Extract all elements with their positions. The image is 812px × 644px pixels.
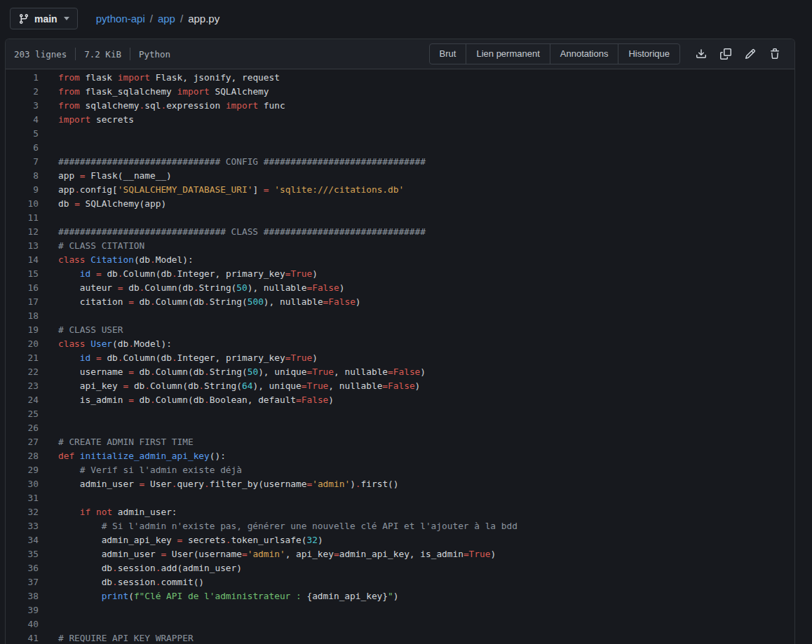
code-content: print(f"Clé API de l'administrateur : {a…	[39, 589, 398, 603]
code-content: api_key = db.Column(db.String(64), uniqu…	[39, 379, 420, 393]
breadcrumb-dir-link[interactable]: app	[158, 13, 175, 25]
line-number[interactable]: 28	[6, 449, 39, 463]
code-line: 35 admin_user = User(username='admin', a…	[6, 547, 794, 561]
breadcrumb-separator: /	[180, 13, 183, 25]
code-content: from flask_sqlalchemy import SQLAlchemy	[39, 85, 269, 99]
line-number[interactable]: 5	[6, 127, 39, 141]
code-content	[39, 491, 58, 505]
line-number[interactable]: 24	[6, 393, 39, 407]
code-line: 34 admin_api_key = secrets.token_urlsafe…	[6, 533, 794, 547]
line-number[interactable]: 20	[6, 337, 39, 351]
code-line: 30 admin_user = User.query.filter_by(use…	[6, 477, 794, 491]
permalink-button[interactable]: Lien permanent	[466, 43, 550, 64]
branch-selector-button[interactable]: main	[10, 8, 78, 29]
line-number[interactable]: 17	[6, 295, 39, 309]
line-number[interactable]: 16	[6, 281, 39, 295]
code-content: def initialize_admin_api_key():	[39, 449, 226, 463]
code-content	[39, 211, 58, 225]
line-number[interactable]: 10	[6, 197, 39, 211]
line-number[interactable]: 41	[6, 631, 39, 644]
line-number[interactable]: 21	[6, 351, 39, 365]
line-number[interactable]: 31	[6, 491, 39, 505]
code-line: 11	[6, 211, 794, 225]
line-number[interactable]: 13	[6, 239, 39, 253]
line-number[interactable]: 39	[6, 603, 39, 617]
code-line: 8app = Flask(__name__)	[6, 169, 794, 183]
line-number[interactable]: 37	[6, 575, 39, 589]
line-number[interactable]: 14	[6, 253, 39, 267]
code-line: 23 api_key = db.Column(db.String(64), un…	[6, 379, 794, 393]
code-line: 27# CREATE ADMIN FIRST TIME	[6, 435, 794, 449]
top-bar: main python-api / app / app.py	[10, 8, 219, 29]
copy-button[interactable]	[720, 48, 731, 60]
file-line-count: 203 lignes	[14, 49, 67, 60]
code-line: 4import secrets	[6, 113, 794, 127]
code-line: 5	[6, 127, 794, 141]
code-content: import secrets	[39, 113, 134, 127]
code-content: # CLASS CITATION	[39, 239, 144, 253]
code-content: from flask import Flask, jsonify, reques…	[39, 71, 280, 85]
line-number[interactable]: 12	[6, 225, 39, 239]
code-content	[39, 407, 58, 421]
line-number[interactable]: 35	[6, 547, 39, 561]
line-number[interactable]: 8	[6, 169, 39, 183]
line-number[interactable]: 34	[6, 533, 39, 547]
code-content: admin_user = User(username='admin', api_…	[39, 547, 496, 561]
code-content: username = db.Column(db.String(50), uniq…	[39, 365, 426, 379]
breadcrumb-repo-link[interactable]: python-api	[96, 13, 145, 25]
line-number[interactable]: 26	[6, 421, 39, 435]
line-number[interactable]: 29	[6, 463, 39, 477]
line-number[interactable]: 33	[6, 519, 39, 533]
line-number[interactable]: 36	[6, 561, 39, 575]
line-number[interactable]: 25	[6, 407, 39, 421]
breadcrumb-current-file: app.py	[188, 13, 219, 25]
code-content	[39, 141, 58, 155]
line-number[interactable]: 3	[6, 99, 39, 113]
line-number[interactable]: 27	[6, 435, 39, 449]
line-number[interactable]: 23	[6, 379, 39, 393]
code-content: app.config['SQLALCHEMY_DATABASE_URI'] = …	[39, 183, 404, 197]
code-line: 2from flask_sqlalchemy import SQLAlchemy	[6, 85, 794, 99]
file-actions-group: Brut Lien permanent Annotations Historiq…	[429, 43, 680, 64]
code-content: class User(db.Model):	[39, 337, 172, 351]
git-branch-icon	[18, 13, 29, 25]
code-line: 40	[6, 617, 794, 631]
code-content: citation = db.Column(db.String(500), nul…	[39, 295, 361, 309]
delete-button[interactable]	[769, 48, 780, 60]
line-number[interactable]: 19	[6, 323, 39, 337]
line-number[interactable]: 15	[6, 267, 39, 281]
line-number[interactable]: 2	[6, 85, 39, 99]
code-line: 15 id = db.Column(db.Integer, primary_ke…	[6, 267, 794, 281]
download-button[interactable]	[696, 48, 707, 60]
line-number[interactable]: 32	[6, 505, 39, 519]
line-number[interactable]: 22	[6, 365, 39, 379]
raw-button[interactable]: Brut	[429, 43, 467, 64]
line-number[interactable]: 1	[6, 71, 39, 85]
code-content: db.session.add(admin_user)	[39, 561, 242, 575]
line-number[interactable]: 6	[6, 141, 39, 155]
line-number[interactable]: 4	[6, 113, 39, 127]
line-number[interactable]: 18	[6, 309, 39, 323]
code-content: id = db.Column(db.Integer, primary_key=T…	[39, 351, 318, 365]
code-content: id = db.Column(db.Integer, primary_key=T…	[39, 267, 318, 281]
copy-icon	[720, 48, 731, 60]
file-header: 203 lignes 7.2 KiB Python Brut Lien perm…	[6, 39, 794, 69]
code-line: 33 # Si l'admin n'existe pas, générer un…	[6, 519, 794, 533]
meta-divider	[130, 48, 130, 60]
breadcrumb: python-api / app / app.py	[96, 13, 219, 25]
code-line: 31	[6, 491, 794, 505]
line-number[interactable]: 40	[6, 617, 39, 631]
code-content: admin_api_key = secrets.token_urlsafe(32…	[39, 533, 323, 547]
code-content: db.session.commit()	[39, 575, 204, 589]
breadcrumb-separator: /	[150, 13, 153, 25]
edit-button[interactable]	[745, 48, 756, 60]
line-number[interactable]: 30	[6, 477, 39, 491]
code-line: 36 db.session.add(admin_user)	[6, 561, 794, 575]
line-number[interactable]: 7	[6, 155, 39, 169]
line-number[interactable]: 9	[6, 183, 39, 197]
blame-button[interactable]: Annotations	[550, 43, 619, 64]
code-line: 38 print(f"Clé API de l'administrateur :…	[6, 589, 794, 603]
line-number[interactable]: 11	[6, 211, 39, 225]
history-button[interactable]: Historique	[618, 43, 680, 64]
line-number[interactable]: 38	[6, 589, 39, 603]
